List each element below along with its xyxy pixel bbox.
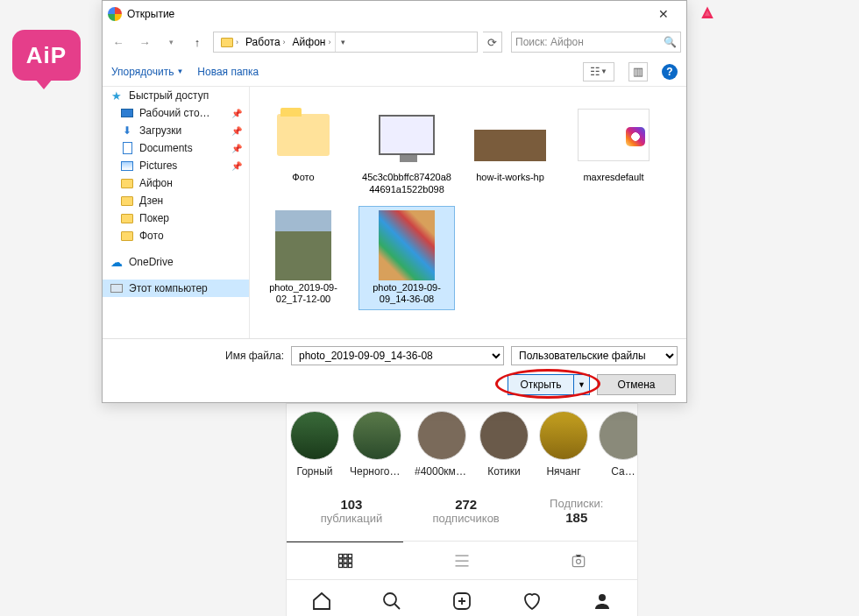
sidebar-onedrive[interactable]: OneDrive — [103, 253, 249, 271]
svg-rect-9 — [573, 556, 585, 567]
view-menu[interactable]: ☷ ▼ — [583, 62, 614, 81]
nav-profile[interactable] — [567, 580, 637, 616]
filename-label: Имя файла: — [225, 350, 284, 362]
pin-icon: 📌 — [231, 161, 242, 171]
sidebar-label: Pictures — [139, 159, 177, 172]
organize-menu[interactable]: Упорядочить▼ — [111, 66, 183, 78]
tab-list[interactable] — [403, 542, 520, 579]
file-thumbnail — [575, 100, 652, 170]
search-placeholder: Поиск: Айфон — [515, 36, 584, 48]
sidebar-item-iphone[interactable]: Айфон — [103, 174, 249, 192]
back-button[interactable]: ← — [108, 32, 129, 53]
image-icon — [379, 210, 435, 280]
sidebar-item-pictures[interactable]: Pictures📌 — [103, 157, 249, 174]
folder-icon — [277, 114, 330, 156]
svg-point-10 — [577, 559, 581, 563]
address-bar[interactable]: › Работа› Айфон› ▾ — [213, 32, 478, 53]
stat-posts[interactable]: 103публикаций — [321, 497, 383, 525]
svg-rect-1 — [344, 555, 347, 558]
sidebar-item-photo[interactable]: Фото — [103, 227, 249, 244]
file-item[interactable]: maxresdefault — [565, 96, 662, 201]
sidebar-item-zen[interactable]: Дзен — [103, 192, 249, 209]
story-avatar — [599, 411, 637, 460]
sidebar[interactable]: Быстрый доступ Рабочий сто…📌 Загрузки📌 D… — [103, 87, 250, 338]
sidebar-item-poker[interactable]: Покер — [103, 209, 249, 227]
file-item-folder[interactable]: Фото — [255, 96, 351, 201]
stat-followers[interactable]: 272подписчиков — [433, 497, 500, 525]
address-dropdown[interactable]: ▾ — [335, 32, 351, 52]
sidebar-quick-access[interactable]: Быстрый доступ — [103, 87, 249, 104]
chevron-right-icon: › — [283, 38, 286, 46]
svg-rect-5 — [348, 559, 351, 563]
filename-combobox[interactable]: photo_2019-09-09_14-36-08 — [291, 346, 504, 365]
search-input[interactable]: Поиск: Айфон 🔍 — [511, 32, 681, 53]
file-label: 45c3c0bbffc87420a844691a1522b098 — [361, 172, 452, 196]
file-item-selected[interactable]: photo_2019-09-09_14-36-08 — [359, 206, 455, 311]
folder-icon — [121, 214, 133, 223]
story-highlight[interactable]: Са… — [599, 411, 637, 478]
file-label: maxresdefault — [583, 172, 643, 184]
recent-dropdown[interactable]: ▾ — [160, 32, 181, 53]
file-label: Фото — [292, 172, 314, 184]
help-button[interactable]: ? — [662, 64, 678, 80]
address-root[interactable]: › — [217, 38, 242, 47]
vivaldi-icon — [699, 5, 715, 21]
new-folder-button[interactable]: Новая папка — [197, 66, 259, 78]
buttons-row: Открыть ▼ Отмена — [111, 374, 678, 395]
dialog-footer: Имя файла: photo_2019-09-09_14-36-08 Пол… — [103, 339, 686, 402]
story-avatar — [479, 411, 529, 460]
breadcrumb-segment[interactable]: Айфон› — [289, 36, 335, 48]
dialog-title: Открытие — [127, 8, 646, 20]
sidebar-label: Фото — [139, 230, 164, 242]
image-icon — [578, 109, 650, 161]
breadcrumb-label: Работа — [245, 36, 280, 48]
nav-search[interactable] — [357, 580, 427, 616]
filetype-combobox[interactable]: Пользовательские файлы — [511, 346, 678, 365]
organize-label: Упорядочить — [111, 66, 174, 78]
open-button[interactable]: Открыть — [508, 374, 574, 395]
svg-rect-7 — [344, 563, 347, 567]
open-split-button[interactable]: Открыть ▼ — [508, 374, 590, 395]
tab-tagged[interactable] — [521, 542, 637, 579]
sidebar-item-downloads[interactable]: Загрузки📌 — [103, 122, 249, 139]
sidebar-item-desktop[interactable]: Рабочий сто…📌 — [103, 104, 249, 122]
dialog-body: Быстрый доступ Рабочий сто…📌 Загрузки📌 D… — [103, 87, 686, 339]
stories-row: Горный Черногор… #4000кме… Котики Нячанг… — [287, 404, 637, 481]
sidebar-this-pc[interactable]: Этот компьютер — [103, 280, 249, 297]
pictures-icon — [121, 161, 133, 171]
svg-rect-0 — [338, 555, 342, 558]
filetype-select[interactable]: Пользовательские файлы — [511, 346, 678, 365]
nav-home[interactable] — [287, 580, 357, 616]
dialog-titlebar[interactable]: Открытие ✕ — [103, 1, 686, 27]
open-dropdown[interactable]: ▼ — [574, 374, 590, 395]
stat-number: 272 — [433, 497, 500, 512]
tab-grid[interactable] — [287, 542, 403, 579]
document-icon — [123, 142, 132, 154]
nav-create[interactable] — [427, 580, 497, 616]
preview-pane-button[interactable]: ▥ — [628, 62, 648, 81]
filename-input[interactable]: photo_2019-09-09_14-36-08 — [291, 346, 504, 365]
svg-point-13 — [599, 594, 606, 601]
story-highlight[interactable]: #4000кме… — [415, 411, 469, 478]
story-label: Горный — [297, 465, 333, 478]
sidebar-label: Documents — [139, 142, 193, 154]
nav-activity[interactable] — [497, 580, 567, 616]
sidebar-item-documents[interactable]: Documents📌 — [103, 139, 249, 157]
story-highlight[interactable]: Черногор… — [350, 411, 404, 478]
file-item[interactable]: how-it-works-hp — [462, 96, 558, 201]
stat-label: подписчиков — [433, 512, 500, 525]
close-button[interactable]: ✕ — [646, 1, 681, 27]
story-label: Са… — [611, 465, 635, 478]
cancel-button[interactable]: Отмена — [597, 374, 676, 395]
file-pane[interactable]: Фото 45c3c0bbffc87420a844691a1522b098 ho… — [250, 87, 686, 338]
file-item[interactable]: photo_2019-09-02_17-12-00 — [255, 206, 351, 311]
stat-following[interactable]: Подписки:185 — [550, 497, 603, 525]
breadcrumb-segment[interactable]: Работа› — [242, 36, 289, 48]
story-highlight[interactable]: Горный — [290, 411, 339, 478]
file-item[interactable]: 45c3c0bbffc87420a844691a1522b098 — [359, 96, 455, 201]
up-button[interactable]: ↑ — [187, 32, 208, 53]
refresh-button[interactable]: ⟳ — [483, 32, 502, 53]
story-highlight[interactable]: Котики — [479, 411, 529, 478]
story-highlight[interactable]: Нячанг — [539, 411, 588, 478]
forward-button[interactable]: → — [134, 32, 155, 53]
